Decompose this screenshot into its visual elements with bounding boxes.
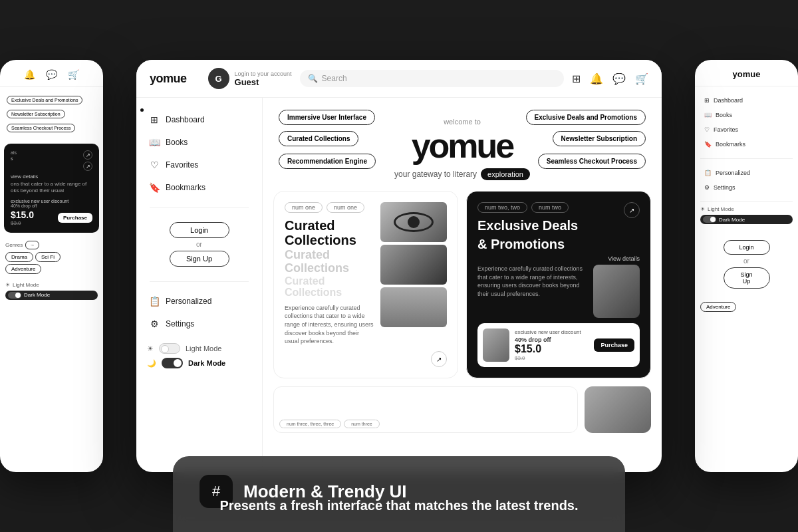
sidebar-item-settings[interactable]: ⚙ Settings xyxy=(136,313,262,335)
phone-nav-dashboard[interactable]: ⊞ Dashboard xyxy=(702,93,791,108)
phone-percent: 40% drop off xyxy=(11,203,92,208)
second-card-row: num three, three, three num three xyxy=(263,386,662,433)
badge-exclusive-deals: Exclusive Deals and Promotions xyxy=(526,110,646,125)
phone-dark-card: als s ↗ ↗ view details ons that cater to… xyxy=(4,144,99,233)
product-image xyxy=(483,329,509,362)
header-icons: ⊞ 🔔 💬 🛒 xyxy=(572,72,648,85)
old-price: $3.0 xyxy=(515,355,589,361)
sidebar-label-personalized: Personalized xyxy=(166,297,211,306)
desktop-logo: yomue xyxy=(150,72,187,86)
filter-icon[interactable]: ⊞ xyxy=(572,72,581,85)
desktop-body: ⊞ Dashboard 📖 Books ♡ Favorites 🔖 Bookma… xyxy=(136,98,662,472)
phone-nav-bookmarks-icon: 🔖 xyxy=(704,141,712,148)
scene: 🔔 💬 🛒 Exclusive Deals and Promotions New… xyxy=(0,0,798,532)
hero-section: Immersive User Interface Exclusive Deals… xyxy=(263,98,662,191)
product-info: exclusive new user discount 40% drop off… xyxy=(515,329,589,361)
mini-card-image xyxy=(585,386,651,433)
phone-right-login-btn[interactable]: Login xyxy=(724,240,770,255)
card1-title-tertiary: Curated Collections xyxy=(285,275,374,299)
phone-right-signup-btn[interactable]: Sign Up xyxy=(724,267,770,289)
phone-nav-personalized[interactable]: 📋 Personalized xyxy=(702,166,791,180)
phone-arrow-icon-2[interactable]: ↗ xyxy=(83,162,92,171)
phone-genre-scifi: Sci Fi xyxy=(35,252,61,262)
bell-icon[interactable]: 🔔 xyxy=(590,72,603,85)
overlay-subtitle: Presents a fresh interface that matches … xyxy=(200,498,598,513)
phone-light-label: Light Mode xyxy=(13,282,39,288)
favorites-icon: ♡ xyxy=(148,160,160,170)
sidebar-item-books[interactable]: 📖 Books xyxy=(136,131,262,154)
phone-dark-mode[interactable]: Dark Mode xyxy=(5,291,98,300)
phone-right-light-label: Light Mode xyxy=(708,206,734,212)
phone-genres-arrow[interactable]: → xyxy=(25,241,39,249)
bookmarks-icon: 🔖 xyxy=(148,182,160,193)
sun-icon: ☀ xyxy=(147,344,154,353)
badge-curated-collections: Curated Collections xyxy=(279,131,358,146)
phone-nav-bookmarks[interactable]: 🔖 Bookmarks xyxy=(702,137,791,152)
search-placeholder: Search xyxy=(322,74,347,83)
search-bar[interactable]: 🔍 Search xyxy=(300,70,564,87)
light-mode-toggle[interactable]: ☀ Light Mode xyxy=(147,343,251,354)
phone-right-light-mode[interactable]: ☀ Light Mode xyxy=(700,206,793,212)
discount-label: exclusive new user discount xyxy=(515,329,589,335)
phone-nav-personalized-icon: 📋 xyxy=(704,170,712,176)
card2-arrow[interactable]: ↗ xyxy=(624,202,640,218)
or-text: or xyxy=(196,241,202,248)
sidebar-item-dashboard[interactable]: ⊞ Dashboard xyxy=(136,108,262,131)
badge-recommendation-engine: Recommendation Engine xyxy=(279,154,376,169)
sidebar-item-bookmarks[interactable]: 🔖 Bookmarks xyxy=(136,176,262,199)
purchase-button[interactable]: Purchase xyxy=(594,338,634,352)
phone-right: yomue ⊞ Dashboard 📖 Books ♡ Favorites 🔖 … xyxy=(695,60,798,472)
sidebar-item-favorites[interactable]: ♡ Favorites xyxy=(136,154,262,176)
phone-right-nav-bottom: 📋 Personalized ⚙ Settings xyxy=(695,159,798,201)
phone-badge-exclusive: Exclusive Deals and Promotions xyxy=(7,96,82,104)
desktop-mockup: yomue G Login to your account Guest 🔍 Se… xyxy=(136,60,662,472)
settings-icon: ⚙ xyxy=(148,319,160,329)
phone-chat-icon: 💬 xyxy=(46,69,57,80)
phone-nav-settings[interactable]: ⚙ Settings xyxy=(702,180,791,195)
phone-right-sun-icon: ☀ xyxy=(700,206,705,212)
phone-nav-books[interactable]: 📖 Books xyxy=(702,108,791,122)
view-details[interactable]: View details xyxy=(477,255,640,262)
hero-highlight: exploration xyxy=(481,168,530,180)
phone-badge-seamless: Seamless Checkout Process xyxy=(7,124,75,132)
dark-mode-label: Dark Mode xyxy=(188,359,225,367)
phone-price: $15.0 xyxy=(11,209,34,220)
login-label: Login to your account xyxy=(235,70,292,77)
chat-icon[interactable]: 💬 xyxy=(612,72,626,85)
card1-title-main: Curated Collections xyxy=(285,218,374,247)
phone-cart-icon: 🛒 xyxy=(68,69,79,80)
signup-button[interactable]: Sign Up xyxy=(170,251,229,267)
avatar: G xyxy=(208,68,229,89)
desktop-header: yomue G Login to your account Guest 🔍 Se… xyxy=(136,60,662,98)
phone-genre-adventure: Adventure xyxy=(5,264,41,274)
phone-genres-label: Genres xyxy=(5,242,23,248)
phone-purchase-button[interactable]: Purchase xyxy=(58,213,92,223)
card2-desc: Experience carefully curated collections… xyxy=(477,265,588,298)
phone-right-dark-mode[interactable]: Dark Mode xyxy=(700,215,793,224)
books-icon: 📖 xyxy=(148,137,160,148)
login-button[interactable]: Login xyxy=(170,222,229,238)
cart-icon[interactable]: 🛒 xyxy=(635,72,648,85)
phone-nav-books-icon: 📖 xyxy=(704,112,712,118)
phone-right-login: Login or Sign Up xyxy=(695,233,798,295)
dark-mode-toggle[interactable]: 🌙 Dark Mode xyxy=(147,358,251,368)
card1-arrow[interactable]: ↗ xyxy=(431,351,447,367)
sidebar-item-personalized[interactable]: 📋 Personalized xyxy=(136,290,262,313)
phone-arrow-icon-1[interactable]: ↗ xyxy=(83,150,92,160)
phone-right-dark-label: Dark Mode xyxy=(719,217,745,223)
curated-collections-card: num one num one Curated Collections Cura… xyxy=(273,191,458,378)
product-mini-card: exclusive new user discount 40% drop off… xyxy=(477,323,640,367)
phone-genre-drama: Drama xyxy=(5,252,33,262)
card1-tag-1: num one xyxy=(285,202,323,213)
mode-section: ☀ Light Mode 🌙 Dark Mode xyxy=(136,335,262,376)
phone-bell-icon: 🔔 xyxy=(24,69,35,80)
card2-layout: Experience carefully curated collections… xyxy=(477,265,640,318)
card2-title-main2: & Promotions xyxy=(477,237,620,251)
phone-nav-dashboard-label: Dashboard xyxy=(714,97,743,104)
card1-title-secondary: Curated Collections xyxy=(285,249,374,275)
phone-light-mode[interactable]: ☀ Light Mode xyxy=(5,282,98,288)
user-name: Guest xyxy=(235,77,292,87)
card2-tag-2: num two xyxy=(531,202,569,213)
sidebar-label-settings: Settings xyxy=(166,319,194,329)
phone-nav-favorites[interactable]: ♡ Favorites xyxy=(702,122,791,137)
